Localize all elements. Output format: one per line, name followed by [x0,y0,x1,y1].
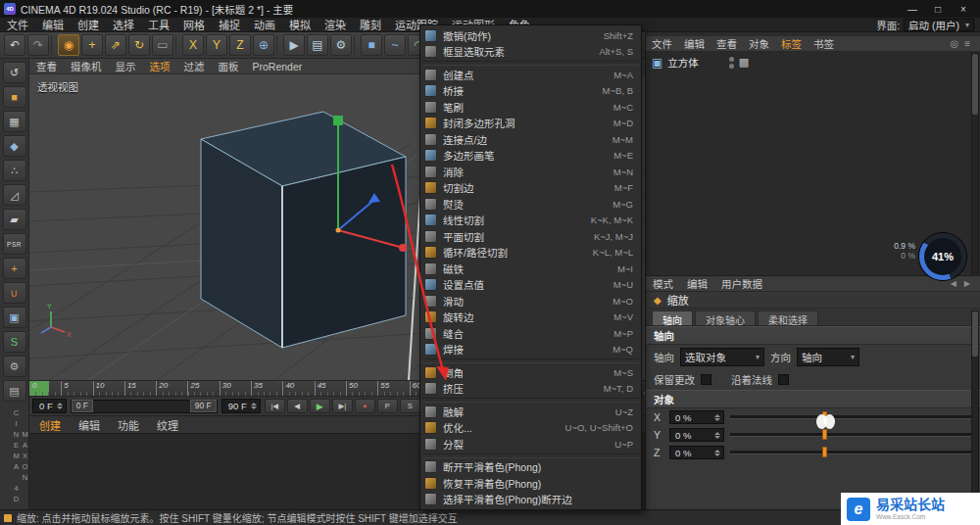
context-menu-item[interactable]: 挤压 M~T, D [420,381,641,398]
attribute-tab[interactable]: 对象轴心 [695,310,756,325]
viewport-menu-item[interactable]: 面板 [212,59,246,73]
context-menu-item[interactable]: 多边形画笔 M~E [420,148,641,165]
context-menu-item[interactable]: 笔刷 M~C [420,99,641,116]
context-menu-item[interactable]: 平面切割 K~J, M~J [420,228,641,245]
scale-icon[interactable]: ⇗ [105,34,126,56]
play-button[interactable]: ▶ [310,399,330,413]
psr-tool-icon[interactable]: PSR [3,233,26,255]
timeline-tick[interactable]: 20 [156,381,187,396]
auto-switch-icon[interactable]: S [3,331,26,353]
coord-system-icon[interactable]: ⊕ [253,34,274,56]
attribute-menu-item[interactable]: 用户数据 [714,276,769,291]
context-menu-item[interactable]: 桥接 M~B, B [420,83,641,100]
attribute-tab[interactable]: 柔和选择 [758,310,818,325]
timeline-tick[interactable]: 30 [220,381,251,396]
object-manager-scrollbar[interactable] [971,53,979,274]
range-end-handle[interactable]: 90 F [190,400,217,412]
context-menu-item[interactable] [422,61,639,66]
timeline-tick[interactable]: 35 [251,381,282,396]
axis-z-lock-icon[interactable]: Z [229,34,251,56]
goto-start-button[interactable]: |◀ [265,399,285,413]
menubar-item[interactable]: 雕刻 [353,17,388,32]
timeline-tick[interactable]: 25 [187,381,219,396]
slider-handle[interactable] [822,429,827,440]
menubar-item[interactable]: 动画 [247,17,282,32]
material-tab[interactable]: 纹理 [157,417,178,433]
live-selection-icon[interactable]: ◉ [58,34,79,56]
object-manager-menu-item[interactable]: 标签 [775,36,808,51]
object-manager-menu-item[interactable]: 编辑 [678,36,710,51]
edges-mode-icon[interactable]: ◿ [3,184,26,206]
context-menu-item[interactable]: 设置点值 M~U [420,277,641,294]
interface-select[interactable]: 启动 (用户) ▾ [904,19,974,31]
context-menu-item[interactable]: 选择平滑着色(Phong)断开边 [420,492,641,508]
context-menu-item[interactable]: 焊接 M~Q [420,342,641,358]
attribute-manager-scrollbar[interactable] [971,310,979,506]
cube-object[interactable] [201,112,406,348]
timeline-tick[interactable]: 0 [29,381,61,396]
rotate-icon[interactable]: ↻ [128,34,150,56]
context-menu-item[interactable]: 断开平滑着色(Phong) [420,459,641,476]
slider-track[interactable] [730,415,972,419]
render-settings-icon[interactable]: ⚙ [330,34,352,56]
viewport-menu-item[interactable]: 过滤 [177,59,212,73]
slider-value-field[interactable]: 0 % [669,428,724,442]
range-start-handle[interactable]: 0 F [72,400,93,412]
axis-dropdown[interactable]: 选取对象▾ [680,348,764,366]
close-button[interactable]: × [951,1,976,17]
stepper-icon[interactable] [714,450,720,456]
context-menu-item[interactable]: 优化... U~O, U~Shift+O [420,420,641,437]
context-menu-item[interactable]: 封闭多边形孔洞 M~D [420,116,641,132]
axis-y-lock-icon[interactable]: Y [206,34,227,56]
timeline-tick[interactable]: 5 [61,381,92,396]
timeline-tick[interactable]: 55 [377,381,409,396]
context-menu-item[interactable] [422,453,639,458]
prev-frame-button[interactable]: ◀ [287,399,308,413]
frame-range-slider[interactable]: 0 F 90 F [71,400,218,413]
context-menu-item[interactable]: 熨烫 M~G [420,196,641,213]
context-menu-item[interactable]: 融解 U~Z [420,404,641,420]
minimize-button[interactable]: — [900,1,925,17]
menubar-item[interactable]: 创建 [71,17,106,32]
slider-value-field[interactable]: 0 % [669,410,724,424]
along-normals-checkbox[interactable] [778,374,789,385]
axis-x-lock-icon[interactable]: X [182,34,204,56]
context-menu-item[interactable] [422,358,639,363]
next-frame-button[interactable]: ▶| [332,399,353,413]
viewport-menu-item[interactable]: 显示 [109,59,143,73]
toolbar-separator[interactable] [51,35,56,55]
current-frame-field[interactable]: 0 F [32,399,67,413]
key-scale-button[interactable]: S [400,399,420,413]
add-cube-icon[interactable]: ■ [361,34,382,56]
context-menu-item[interactable] [422,398,639,403]
menubar-item[interactable]: 编辑 [35,17,71,32]
toolbar-separator[interactable] [175,35,180,55]
toolbar-separator[interactable] [354,35,359,55]
slider-track[interactable] [730,451,972,454]
menubar-item[interactable]: 渲染 [318,17,353,32]
slider-handle[interactable] [822,447,827,457]
redo-icon[interactable]: ↷ [27,34,49,56]
end-frame-field[interactable]: 90 F [221,399,261,413]
context-menu-item[interactable]: 连接点/边 M~M [420,131,641,148]
context-menu-item[interactable]: 分裂 U~P [420,436,641,453]
quantize-icon[interactable]: ▣ [3,307,26,328]
context-menu-item[interactable]: 消除 M~N [420,164,641,180]
stepper-icon[interactable] [714,432,720,439]
filter-icon[interactable]: ≡ [964,38,970,49]
timeline-tick[interactable]: 40 [282,381,314,396]
maximize-button[interactable]: □ [925,1,951,17]
render-picture-icon[interactable]: ▤ [307,34,328,56]
material-tab[interactable]: 创建 [39,417,61,433]
menubar-item[interactable]: 捕捉 [212,17,247,32]
gear-icon[interactable]: ⚙ [3,356,26,377]
toolbar-separator[interactable] [276,35,281,55]
object-row-cube[interactable]: ▣ 立方体 ▩ [646,52,980,72]
keep-changes-checkbox[interactable] [701,374,711,385]
direction-dropdown[interactable]: 轴向▾ [797,348,859,366]
context-menu-item[interactable]: 循环/路径切割 K~L, M~L [420,245,641,262]
material-tab[interactable]: 功能 [118,417,139,433]
convert-object-icon[interactable]: ↺ [3,62,26,83]
context-menu-item[interactable]: 缝合 M~P [420,325,641,342]
object-manager-menu-item[interactable]: 文件 [646,36,678,51]
